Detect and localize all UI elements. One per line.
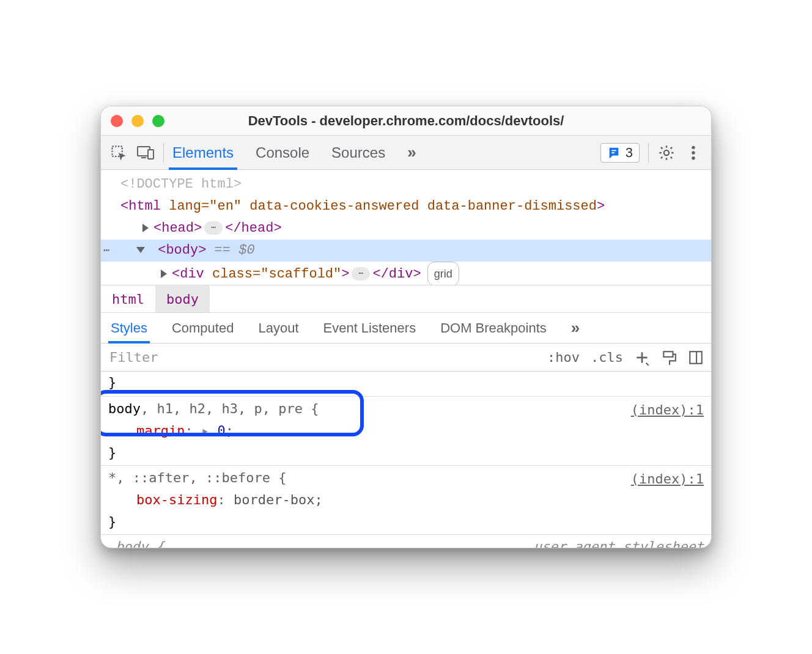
paint-format-icon[interactable] — [661, 350, 677, 366]
breadcrumb-body[interactable]: body — [155, 285, 210, 312]
styles-filter-bar: :hov .cls — [101, 344, 711, 372]
svg-point-6 — [664, 150, 669, 155]
devtools-window: DevTools - developer.chrome.com/docs/dev… — [100, 106, 712, 548]
css-declaration[interactable]: margin: ▸ 0; — [108, 420, 704, 442]
css-rule-ua-body[interactable]: user agent stylesheet body { — [101, 535, 711, 548]
svg-rect-12 — [663, 351, 673, 357]
doctype-line[interactable]: <!DOCTYPE html> — [101, 174, 711, 196]
traffic-lights — [111, 115, 164, 127]
close-window-button[interactable] — [111, 115, 123, 127]
selector-line[interactable]: body, h1, h2, h3, p, pre { — [108, 398, 704, 420]
tab-sources[interactable]: Sources — [331, 136, 385, 169]
inspect-element-icon[interactable] — [109, 144, 128, 162]
more-subtabs-button[interactable]: » — [571, 318, 580, 337]
selector-line[interactable]: *, ::after, ::before { — [108, 467, 704, 489]
subtab-event-listeners[interactable]: Event Listeners — [323, 313, 416, 343]
window-title: DevTools - developer.chrome.com/docs/dev… — [101, 113, 711, 129]
expand-triangle-icon[interactable] — [142, 224, 149, 232]
breadcrumb: html body — [101, 285, 711, 313]
tab-console[interactable]: Console — [256, 136, 309, 169]
settings-icon[interactable] — [657, 144, 676, 162]
cls-toggle[interactable]: .cls — [591, 350, 623, 365]
tab-elements[interactable]: Elements — [172, 136, 234, 169]
maximize-window-button[interactable] — [152, 115, 164, 127]
rule-close-brace: } — [108, 511, 704, 533]
subtab-computed[interactable]: Computed — [172, 313, 234, 343]
source-link[interactable]: (index):1 — [631, 399, 704, 421]
issues-icon — [607, 146, 621, 160]
collapsed-dots-icon[interactable]: ⋯ — [352, 267, 370, 281]
main-toolbar: Elements Console Sources » 3 — [101, 136, 711, 170]
styles-pane[interactable]: } (index):1 body, h1, h2, h3, p, pre { m… — [101, 372, 711, 548]
issues-count: 3 — [626, 145, 633, 161]
ua-stylesheet-label: user agent stylesheet — [534, 536, 704, 548]
subtab-layout[interactable]: Layout — [258, 313, 298, 343]
computed-panel-icon[interactable] — [688, 350, 704, 366]
hov-toggle[interactable]: :hov — [547, 350, 580, 365]
collapse-triangle-icon[interactable] — [136, 247, 145, 253]
collapsed-dots-icon[interactable]: ⋯ — [204, 221, 223, 235]
panel-tabs: Elements Console Sources » — [172, 136, 416, 169]
svg-rect-5 — [611, 152, 615, 153]
body-element-line-selected[interactable]: ⋯ <body> == $0 — [101, 240, 711, 262]
rule-close-brace[interactable]: } — [101, 372, 711, 397]
svg-point-8 — [692, 151, 695, 154]
more-tabs-button[interactable]: » — [407, 143, 416, 162]
breadcrumb-html[interactable]: html — [101, 285, 155, 312]
grid-badge[interactable]: grid — [427, 262, 459, 285]
rule-close-brace: } — [108, 442, 704, 464]
subtab-styles[interactable]: Styles — [111, 313, 147, 343]
svg-rect-3 — [148, 150, 153, 159]
issues-badge[interactable]: 3 — [600, 143, 640, 163]
expand-triangle-icon[interactable] — [161, 270, 167, 278]
minimize-window-button[interactable] — [131, 115, 144, 127]
html-element-line[interactable]: <html lang="en" data-cookies-answered da… — [101, 196, 711, 218]
svg-point-7 — [692, 145, 695, 149]
selection-dots-icon[interactable]: ⋯ — [103, 240, 111, 262]
styles-subtabs: Styles Computed Layout Event Listeners D… — [101, 313, 711, 344]
titlebar: DevTools - developer.chrome.com/docs/dev… — [101, 106, 711, 136]
dom-tree[interactable]: <!DOCTYPE html> <html lang="en" data-coo… — [101, 170, 711, 285]
device-toolbar-icon[interactable] — [136, 144, 155, 162]
css-rule-body-group[interactable]: (index):1 body, h1, h2, h3, p, pre { mar… — [101, 397, 711, 466]
div-scaffold-line[interactable]: <div class="scaffold">⋯</div>grid — [101, 262, 711, 285]
source-link[interactable]: (index):1 — [631, 468, 704, 490]
svg-rect-4 — [611, 150, 616, 151]
new-style-rule-icon[interactable] — [634, 350, 650, 366]
styles-filter-input[interactable] — [108, 349, 537, 366]
css-declaration[interactable]: box-sizing: border-box; — [108, 489, 704, 511]
subtab-dom-breakpoints[interactable]: DOM Breakpoints — [440, 313, 547, 343]
svg-point-9 — [692, 156, 695, 159]
kebab-menu-icon[interactable] — [684, 144, 703, 162]
head-element-line[interactable]: <head>⋯</head> — [101, 218, 711, 240]
toolbar-divider — [648, 143, 649, 163]
css-rule-universal[interactable]: (index):1 *, ::after, ::before { box-siz… — [101, 466, 711, 535]
toolbar-divider — [163, 143, 164, 163]
